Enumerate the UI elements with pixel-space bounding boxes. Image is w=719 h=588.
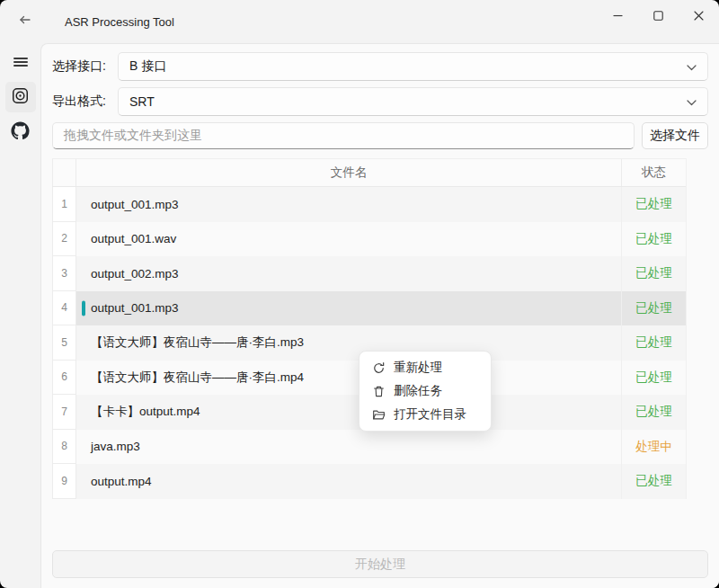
row-status: 已处理 — [621, 187, 686, 222]
back-button[interactable] — [11, 7, 40, 36]
sidebar-item-asr[interactable] — [5, 82, 36, 112]
arrow-left-icon — [18, 13, 32, 31]
context-menu-label: 重新处理 — [394, 360, 442, 376]
maximize-icon — [653, 8, 663, 24]
context-menu-item[interactable]: 重新处理 — [360, 356, 491, 379]
header-index — [52, 159, 76, 186]
table-body: 1output_001.mp3已处理2output_001.wav已处理3out… — [52, 187, 686, 499]
select-file-button[interactable]: 选择文件 — [642, 122, 708, 149]
drop-placeholder: 拖拽文件或文件夹到这里 — [64, 128, 202, 144]
github-icon — [11, 121, 30, 144]
row-index: 5 — [52, 325, 76, 361]
row-filename[interactable]: 【语文大师】夜宿山寺——唐·李白.mp3 — [76, 325, 621, 361]
interface-row: 选择接口: B 接口 — [52, 52, 708, 81]
start-processing-button[interactable]: 开始处理 — [52, 550, 708, 578]
row-index: 9 — [52, 464, 76, 499]
row-index: 2 — [52, 222, 76, 257]
nav-menu-button[interactable] — [5, 47, 36, 77]
sidebar — [0, 43, 40, 588]
close-button[interactable] — [679, 0, 719, 32]
chevron-down-icon — [687, 59, 697, 74]
row-status: 已处理 — [621, 464, 686, 499]
context-menu: 重新处理删除任务打开文件目录 — [359, 351, 492, 432]
trash-icon — [372, 385, 386, 398]
titlebar: ASR Processing Tool — [0, 0, 719, 43]
row-filename[interactable]: output_001.wav — [76, 222, 621, 257]
interface-label: 选择接口: — [52, 58, 118, 75]
close-icon — [694, 8, 704, 24]
row-filename[interactable]: 【语文大师】夜宿山寺——唐·李白.mp4 — [76, 361, 621, 396]
file-table: 文件名 状态 1output_001.mp3已处理2output_001.wav… — [52, 158, 687, 499]
table-row[interactable]: 4output_001.mp3已处理 — [52, 291, 686, 326]
context-menu-label: 删除任务 — [394, 383, 442, 399]
row-index: 4 — [52, 291, 76, 326]
row-filename[interactable]: output_001.mp3 — [76, 187, 621, 222]
sidebar-item-github[interactable] — [5, 117, 36, 147]
format-row: 导出格式: SRT — [52, 87, 708, 116]
format-select[interactable]: SRT — [118, 87, 708, 116]
interface-value: B 接口 — [129, 58, 166, 75]
table-row[interactable]: 1output_001.mp3已处理 — [52, 187, 686, 222]
row-filename[interactable]: output_001.mp3 — [76, 291, 621, 326]
row-status: 已处理 — [621, 256, 686, 291]
interface-select[interactable]: B 接口 — [118, 52, 708, 81]
row-filename[interactable]: output_002.mp3 — [76, 256, 621, 291]
row-index: 6 — [52, 361, 76, 396]
row-status: 处理中 — [621, 430, 686, 465]
refresh-icon — [372, 361, 386, 375]
header-status: 状态 — [621, 159, 686, 186]
row-index: 8 — [52, 430, 76, 465]
row-index: 1 — [52, 187, 76, 222]
folder-icon — [372, 408, 386, 422]
context-menu-label: 打开文件目录 — [394, 406, 466, 423]
file-drop-input[interactable]: 拖拽文件或文件夹到这里 — [52, 122, 635, 149]
app-title: ASR Processing Tool — [65, 15, 174, 29]
header-filename: 文件名 — [76, 159, 621, 186]
maximize-button[interactable] — [638, 0, 679, 32]
minimize-button[interactable] — [598, 0, 638, 32]
chevron-down-icon — [687, 94, 697, 109]
table-row[interactable]: 2output_001.wav已处理 — [52, 222, 686, 257]
selection-accent-bar — [82, 300, 85, 316]
table-row[interactable]: 8java.mp3处理中 — [52, 430, 686, 465]
window-controls — [598, 0, 719, 43]
row-status: 已处理 — [621, 395, 686, 430]
row-status: 已处理 — [621, 291, 686, 326]
context-menu-item[interactable]: 删除任务 — [360, 379, 491, 403]
row-filename[interactable]: output.mp4 — [76, 464, 621, 499]
table-header: 文件名 状态 — [52, 158, 686, 187]
record-media-icon — [11, 86, 30, 109]
format-value: SRT — [129, 94, 155, 109]
table-row[interactable]: 3output_002.mp3已处理 — [52, 256, 686, 291]
row-index: 3 — [52, 256, 76, 291]
table-row[interactable]: 9output.mp4已处理 — [52, 464, 686, 499]
row-index: 7 — [52, 395, 76, 430]
format-label: 导出格式: — [52, 94, 118, 110]
row-filename[interactable]: 【卡卡】output.mp4 — [76, 395, 621, 430]
dropzone-row: 拖拽文件或文件夹到这里 选择文件 — [52, 122, 708, 149]
app-window: ASR Processing Tool — [0, 0, 719, 588]
content-panel: 选择接口: B 接口 导出格式: SRT 拖拽文件或文件夹到这里 选择文件 — [40, 43, 719, 588]
row-filename[interactable]: java.mp3 — [76, 430, 621, 465]
minimize-icon — [613, 8, 623, 24]
row-status: 已处理 — [621, 222, 686, 257]
hamburger-menu-icon — [13, 56, 28, 68]
context-menu-item[interactable]: 打开文件目录 — [360, 403, 491, 426]
row-status: 已处理 — [621, 325, 686, 361]
row-status: 已处理 — [621, 361, 686, 396]
